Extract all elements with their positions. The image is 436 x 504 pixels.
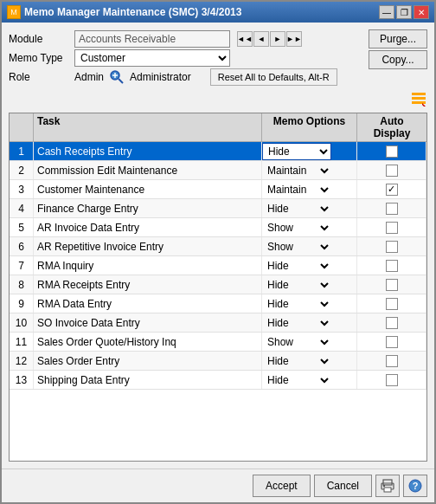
memo-option-select[interactable]: HideMaintainShow (262, 201, 331, 216)
row-memo-option[interactable]: HideMaintainShow (262, 142, 357, 160)
svg-text:?: ? (413, 481, 419, 491)
row-memo-option[interactable]: HideMaintainShow (262, 256, 357, 275)
table-row[interactable]: 13Shipping Data EntryHideMaintainShow (10, 371, 426, 390)
memo-option-select[interactable]: HideMaintainShow (262, 277, 331, 293)
auto-display-checkbox[interactable] (386, 203, 398, 215)
row-memo-option[interactable]: HideMaintainShow (262, 237, 357, 255)
table-row[interactable]: 12Sales Order EntryHideMaintainShow (10, 352, 426, 371)
restore-button[interactable]: ❐ (396, 5, 412, 19)
auto-display-checkbox[interactable] (386, 298, 398, 310)
auto-display-checkbox[interactable] (386, 279, 398, 291)
auto-display-checkbox[interactable] (386, 145, 398, 158)
auto-display-checkbox[interactable] (386, 317, 398, 329)
row-task: Shipping Data Entry (34, 371, 262, 389)
copy-button[interactable]: Copy... (369, 50, 427, 69)
row-memo-option[interactable]: HideMaintainShow (262, 371, 357, 389)
row-auto-display[interactable] (357, 256, 426, 275)
table-row[interactable]: 11Sales Order Quote/History InqHideMaint… (10, 333, 426, 352)
cancel-button[interactable]: Cancel (314, 475, 372, 497)
table-row[interactable]: 1Cash Receipts EntryHideMaintainShow (10, 142, 426, 161)
svg-rect-11 (383, 485, 385, 487)
auto-display-checkbox[interactable] (386, 355, 398, 367)
svg-rect-10 (384, 488, 391, 492)
row-memo-option[interactable]: HideMaintainShow (262, 161, 357, 179)
row-number: 13 (10, 371, 34, 389)
auto-display-checkbox[interactable]: ✓ (386, 184, 398, 196)
memo-option-select[interactable]: HideMaintainShow (262, 143, 331, 160)
row-auto-display[interactable] (357, 275, 426, 294)
row-auto-display[interactable] (357, 352, 426, 370)
auto-display-checkbox[interactable] (386, 336, 398, 348)
row-memo-option[interactable]: HideMaintainShow (262, 352, 357, 370)
module-row: Module ◄◄ ◄ ► ►► (9, 29, 362, 48)
svg-rect-8 (383, 480, 392, 485)
row-auto-display[interactable] (357, 161, 426, 179)
row-task: Commission Edit Maintenance (34, 161, 262, 179)
memo-option-select[interactable]: HideMaintainShow (262, 334, 331, 350)
reset-defaults-button[interactable]: Reset All to Defaults, Alt-R (210, 68, 337, 86)
auto-display-checkbox[interactable] (386, 165, 398, 177)
row-number: 5 (10, 218, 34, 236)
row-number: 2 (10, 161, 34, 179)
table-row[interactable]: 4Finance Charge EntryHideMaintainShow (10, 199, 426, 218)
memo-option-select[interactable]: HideMaintainShow (262, 163, 331, 178)
auto-display-checkbox[interactable] (386, 222, 398, 234)
print-button[interactable] (375, 475, 400, 497)
memo-option-select[interactable]: HideMaintainShow (262, 220, 331, 236)
row-auto-display[interactable] (357, 333, 426, 351)
column-editor-icon[interactable] (410, 91, 427, 108)
nav-next-button[interactable]: ► (270, 31, 285, 47)
memo-option-select[interactable]: HideMaintainShow (262, 372, 331, 388)
search-icon-wrap (109, 69, 125, 85)
table-row[interactable]: 8RMA Receipts EntryHideMaintainShow (10, 275, 426, 294)
accept-button[interactable]: Accept (253, 475, 311, 497)
row-memo-option[interactable]: HideMaintainShow (262, 333, 357, 351)
memo-type-select[interactable]: Customer (74, 49, 230, 67)
row-auto-display[interactable] (357, 218, 426, 236)
auto-display-checkbox[interactable] (386, 260, 398, 272)
memo-option-select[interactable]: HideMaintainShow (262, 353, 331, 369)
row-memo-option[interactable]: HideMaintainShow (262, 313, 357, 332)
table-row[interactable]: 5AR Invoice Data EntryHideMaintainShow (10, 218, 426, 237)
memo-option-select[interactable]: HideMaintainShow (262, 315, 331, 331)
row-auto-display[interactable] (357, 237, 426, 255)
row-auto-display[interactable]: ✓ (357, 180, 426, 198)
row-memo-option[interactable]: HideMaintainShow (262, 294, 357, 313)
table-row[interactable]: 9RMA Data EntryHideMaintainShow (10, 294, 426, 313)
nav-last-button[interactable]: ►► (286, 31, 302, 47)
row-auto-display[interactable] (357, 142, 426, 160)
row-task: AR Invoice Data Entry (34, 218, 262, 236)
search-icon[interactable] (109, 69, 125, 85)
table-row[interactable]: 2Commission Edit MaintenanceHideMaintain… (10, 161, 426, 180)
module-input[interactable] (74, 30, 230, 48)
row-memo-option[interactable]: HideMaintainShow (262, 199, 357, 217)
close-button[interactable]: ✕ (414, 5, 429, 19)
table-row[interactable]: 7RMA InquiryHideMaintainShow (10, 256, 426, 275)
table-row[interactable]: 6AR Repetitive Invoice EntryHideMaintain… (10, 237, 426, 256)
window-title: Memo Manager Maintenance (SMC) 3/4/2013 (24, 6, 241, 18)
table-row[interactable]: 3Customer MaintenanceHideMaintainShow✓ (10, 180, 426, 199)
row-number: 8 (10, 275, 34, 294)
row-auto-display[interactable] (357, 313, 426, 332)
memo-option-select[interactable]: HideMaintainShow (262, 182, 331, 197)
row-auto-display[interactable] (357, 199, 426, 217)
row-auto-display[interactable] (357, 294, 426, 313)
main-window: M Memo Manager Maintenance (SMC) 3/4/201… (0, 0, 436, 504)
memo-option-select[interactable]: HideMaintainShow (262, 239, 331, 255)
purge-button[interactable]: Purge... (369, 29, 427, 48)
data-table: Task Memo Options Auto Display 1Cash Rec… (9, 113, 427, 462)
row-memo-option[interactable]: HideMaintainShow (262, 180, 357, 198)
row-memo-option[interactable]: HideMaintainShow (262, 275, 357, 294)
auto-display-checkbox[interactable] (386, 374, 398, 386)
role-user: Administrator (130, 71, 191, 83)
memo-option-select[interactable]: HideMaintainShow (262, 258, 331, 274)
nav-prev-button[interactable]: ◄ (253, 31, 269, 47)
memo-option-select[interactable]: HideMaintainShow (262, 296, 331, 312)
table-row[interactable]: 10SO Invoice Data EntryHideMaintainShow (10, 313, 426, 333)
minimize-button[interactable]: — (379, 5, 394, 19)
row-auto-display[interactable] (357, 371, 426, 389)
help-button[interactable]: ? (403, 475, 427, 497)
nav-first-button[interactable]: ◄◄ (237, 31, 253, 47)
auto-display-checkbox[interactable] (386, 241, 398, 253)
row-memo-option[interactable]: HideMaintainShow (262, 218, 357, 236)
